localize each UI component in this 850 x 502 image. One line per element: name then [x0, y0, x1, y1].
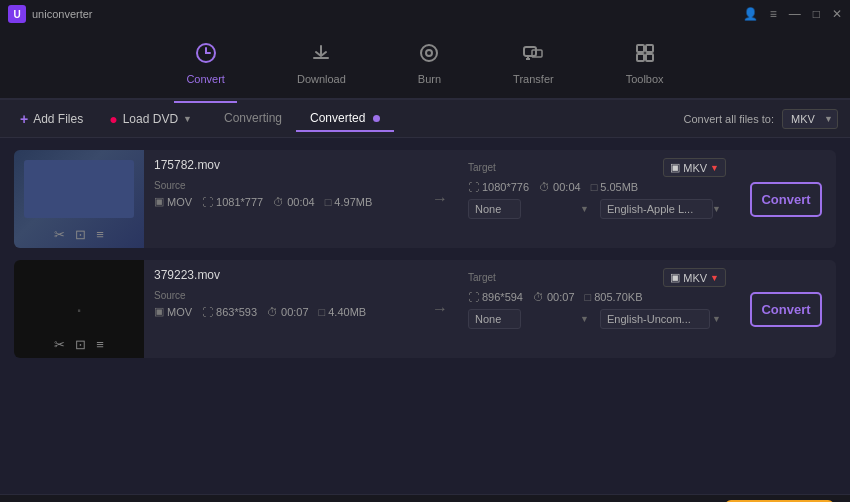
- convert-button-2[interactable]: Convert: [750, 292, 822, 327]
- file-thumb-2: ✂ ⊡ ≡: [14, 260, 144, 358]
- nav-item-download[interactable]: Download: [285, 34, 358, 93]
- subtitle-wrap-1[interactable]: None: [468, 199, 594, 219]
- source-res-1: ⛶ 1081*777: [202, 196, 263, 208]
- user-icon[interactable]: 👤: [743, 7, 758, 21]
- file-name-2: 379223.mov: [154, 268, 412, 282]
- subtitle-wrap-2[interactable]: None: [468, 309, 594, 329]
- target-meta-1: ⛶ 1080*776 ⏱ 00:04 □ 5.05MB: [468, 181, 726, 193]
- nav-item-transfer[interactable]: Transfer: [501, 34, 566, 93]
- tab-converted[interactable]: Converted: [296, 106, 394, 132]
- settings-icon-1[interactable]: ≡: [96, 227, 104, 242]
- burn-nav-icon: [418, 42, 440, 69]
- target-col-1: Target ▣ MKV ▼ ⛶ 1080*776 ⏱ 00:04 □: [458, 150, 736, 248]
- close-icon[interactable]: ✕: [832, 7, 842, 21]
- source-label-2: Source: [154, 290, 190, 301]
- audio-select-1[interactable]: English-Apple L...: [600, 199, 713, 219]
- file-name-1: 175782.mov: [154, 158, 412, 172]
- target-format-btn-1[interactable]: ▣ MKV ▼: [663, 158, 726, 177]
- svg-point-2: [426, 50, 432, 56]
- file-card-1: ✂ ⊡ ≡ 175782.mov Source ▣ MOV ⛶ 1081*777: [14, 150, 836, 248]
- t-res-icon-2: ⛶: [468, 291, 479, 303]
- target-col-2: Target ▣ MKV ▼ ⛶ 896*594 ⏱ 00:07 □: [458, 260, 736, 358]
- arrow-1: →: [422, 150, 458, 248]
- file-thumb-1: ✂ ⊡ ≡: [14, 150, 144, 248]
- thumb-controls-2: ✂ ⊡ ≡: [14, 337, 144, 352]
- add-files-label: Add Files: [33, 112, 83, 126]
- nav-label-convert: Convert: [186, 73, 225, 85]
- format-select-wrap[interactable]: MKV MP4 AVI MOV: [782, 109, 838, 129]
- t-dur-icon-2: ⏱: [533, 291, 544, 303]
- file-info-1: 175782.mov Source ▣ MOV ⛶ 1081*777 ⏱ 00:…: [144, 150, 422, 248]
- nav-item-burn[interactable]: Burn: [406, 34, 453, 93]
- target-format-btn-2[interactable]: ▣ MKV ▼: [663, 268, 726, 287]
- tab-converting[interactable]: Converting: [210, 106, 296, 132]
- convert-nav-icon: [195, 42, 217, 69]
- crop-icon-1[interactable]: ⊡: [75, 227, 86, 242]
- app-logo: U: [8, 5, 26, 23]
- titlebar: U uniconverter 👤 ≡ — □ ✕: [0, 0, 850, 28]
- nav-label-transfer: Transfer: [513, 73, 554, 85]
- subtitle-row-1: None English-Apple L...: [468, 199, 726, 219]
- minimize-icon[interactable]: —: [789, 7, 801, 21]
- settings-icon-2[interactable]: ≡: [96, 337, 104, 352]
- dvd-dropdown-icon[interactable]: ▼: [183, 114, 192, 124]
- target-size-2: □ 805.70KB: [585, 291, 643, 303]
- main-content: ✂ ⊡ ≡ 175782.mov Source ▣ MOV ⛶ 1081*777: [0, 138, 850, 494]
- res-icon-2: ⛶: [202, 306, 213, 318]
- load-dvd-label: Load DVD: [123, 112, 178, 126]
- maximize-icon[interactable]: □: [813, 7, 820, 21]
- size-icon-1: □: [325, 196, 332, 208]
- svg-rect-6: [646, 45, 653, 52]
- transfer-nav-icon: [522, 42, 544, 69]
- nav-item-convert[interactable]: Convert: [174, 34, 237, 93]
- toolbar-right: Convert all files to: MKV MP4 AVI MOV: [684, 109, 838, 129]
- trim-icon-1[interactable]: ✂: [54, 227, 65, 242]
- format-select[interactable]: MKV MP4 AVI MOV: [782, 109, 838, 129]
- plus-icon: +: [20, 111, 28, 127]
- nav-label-burn: Burn: [418, 73, 441, 85]
- subtitle-select-2[interactable]: None: [468, 309, 521, 329]
- audio-select-2[interactable]: English-Uncom...: [600, 309, 710, 329]
- source-size-2: □ 4.40MB: [319, 306, 367, 318]
- convert-all-to-label: Convert all files to:: [684, 113, 774, 125]
- t-res-icon-1: ⛶: [468, 181, 479, 193]
- file-card-2: ✂ ⊡ ≡ 379223.mov Source ▣ MOV ⛶ 863*593: [14, 260, 836, 358]
- nav-item-toolbox[interactable]: Toolbox: [614, 34, 676, 93]
- menu-icon[interactable]: ≡: [770, 7, 777, 21]
- toolbar: + Add Files ● Load DVD ▼ Converting Conv…: [0, 100, 850, 138]
- audio-wrap-2[interactable]: English-Uncom...: [600, 309, 726, 329]
- subtitle-row-2: None English-Uncom...: [468, 309, 726, 329]
- crop-icon-2[interactable]: ⊡: [75, 337, 86, 352]
- target-caret-2: ▼: [710, 273, 719, 283]
- download-nav-icon: [310, 42, 332, 69]
- t-dur-icon-1: ⏱: [539, 181, 550, 193]
- audio-wrap-1[interactable]: English-Apple L...: [600, 199, 726, 219]
- res-icon-1: ⛶: [202, 196, 213, 208]
- source-meta-1: ▣ MOV ⛶ 1081*777 ⏱ 00:04 □ 4.97MB: [154, 195, 412, 208]
- source-row-1: Source: [154, 180, 412, 191]
- bottombar: 🕐 ⚡ High Speed Conversion Merge All Vide…: [0, 494, 850, 502]
- dvd-icon: ●: [109, 111, 117, 127]
- nav-label-download: Download: [297, 73, 346, 85]
- source-meta-2: ▣ MOV ⛶ 863*593 ⏱ 00:07 □ 4.40MB: [154, 305, 412, 318]
- target-meta-2: ⛶ 896*594 ⏱ 00:07 □ 805.70KB: [468, 291, 726, 303]
- source-label-1: Source: [154, 180, 190, 191]
- source-size-1: □ 4.97MB: [325, 196, 373, 208]
- tab-group: Converting Converted: [210, 106, 394, 132]
- add-files-button[interactable]: + Add Files: [12, 107, 91, 131]
- format-icon-2: ▣: [154, 305, 164, 318]
- t-size-icon-2: □: [585, 291, 592, 303]
- trim-icon-2[interactable]: ✂: [54, 337, 65, 352]
- titlebar-controls[interactable]: 👤 ≡ — □ ✕: [743, 7, 842, 21]
- load-dvd-button[interactable]: ● Load DVD ▼: [101, 107, 200, 131]
- target-header-1: Target ▣ MKV ▼: [468, 158, 726, 177]
- file-info-2: 379223.mov Source ▣ MOV ⛶ 863*593 ⏱ 00:0…: [144, 260, 422, 358]
- app-name: uniconverter: [32, 8, 93, 20]
- arrow-2: →: [422, 260, 458, 358]
- convert-button-1[interactable]: Convert: [750, 182, 822, 217]
- target-label-1: Target: [468, 162, 496, 173]
- subtitle-select-1[interactable]: None: [468, 199, 521, 219]
- target-format-icon-1: ▣: [670, 161, 680, 174]
- target-res-1: ⛶ 1080*776: [468, 181, 529, 193]
- format-icon-1: ▣: [154, 195, 164, 208]
